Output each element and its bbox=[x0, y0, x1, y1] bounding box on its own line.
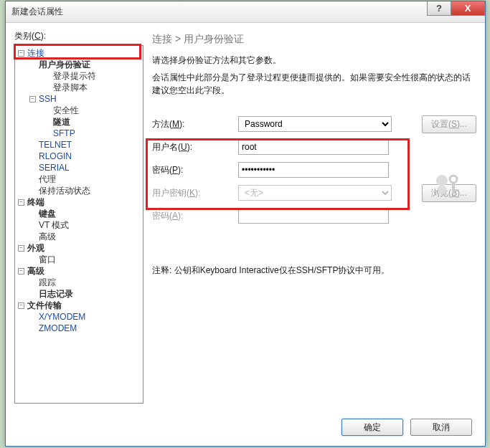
dialog-window: 新建会话属性 ? X 类别(C): −连接用户身份验证登录提示符登录脚本−SSH… bbox=[5, 1, 486, 447]
expander-icon[interactable]: − bbox=[18, 245, 24, 252]
window-controls: ? X bbox=[428, 1, 485, 17]
password-input[interactable] bbox=[238, 162, 389, 178]
tree-item-label: 登录提示符 bbox=[53, 71, 96, 82]
username-label: 用户名(U): bbox=[152, 141, 238, 153]
expander-icon[interactable]: − bbox=[18, 50, 24, 57]
tree-item[interactable]: 登录提示符 bbox=[17, 70, 141, 82]
tree-item-label: 连接 bbox=[27, 48, 44, 59]
dialog-content: 类别(C): −连接用户身份验证登录提示符登录脚本−SSH安全性隧道SFTPTE… bbox=[6, 23, 485, 446]
username-input[interactable] bbox=[238, 139, 389, 155]
tree-item[interactable]: 保持活动状态 bbox=[17, 185, 141, 196]
category-label: 类别(C): bbox=[14, 30, 143, 42]
method-select[interactable]: Password bbox=[238, 116, 392, 132]
tree-item-label: 跟踪 bbox=[39, 277, 56, 288]
tree-item-label: 文件传输 bbox=[27, 300, 62, 311]
note-text: 注释: 公钥和Keyboard Interactive仅在SSH/SFTP协议中… bbox=[152, 264, 476, 277]
tree-item[interactable]: 安全性 bbox=[17, 105, 141, 116]
tree-item[interactable]: −连接 bbox=[17, 47, 141, 59]
tree-item-label: X/YMODEM bbox=[39, 312, 85, 323]
tree-item-label: 用户身份验证 bbox=[39, 59, 90, 70]
tree-item-label: SERIAL bbox=[39, 163, 70, 173]
right-panel: 连接 > 用户身份验证 请选择身份验证方法和其它参数。 会话属性中此部分是为了登… bbox=[143, 30, 476, 411]
tree-item[interactable]: −高级 bbox=[17, 265, 141, 277]
settings-button[interactable]: 设置(S)... bbox=[422, 115, 476, 133]
userkey-label: 用户密钥(K): bbox=[152, 187, 238, 199]
tree-item-label: 键盘 bbox=[39, 209, 56, 219]
tree-item-label: RLOGIN bbox=[39, 151, 72, 162]
tree-item[interactable]: −外观 bbox=[17, 242, 141, 254]
tree-item[interactable]: 登录脚本 bbox=[17, 82, 141, 93]
password2-label: 密码(A): bbox=[152, 210, 238, 222]
expander-icon[interactable]: − bbox=[29, 96, 36, 103]
tree-item-label: 高级 bbox=[39, 232, 56, 242]
tree-item-label: VT 模式 bbox=[39, 220, 69, 231]
expander-icon[interactable]: − bbox=[18, 199, 24, 206]
tree-item-label: 隧道 bbox=[53, 117, 70, 128]
tree-item[interactable]: SERIAL bbox=[17, 162, 141, 173]
user-key-icon bbox=[432, 172, 461, 196]
tree-item[interactable]: −终端 bbox=[17, 196, 141, 208]
method-label: 方法(M): bbox=[152, 118, 238, 130]
password2-input bbox=[238, 208, 389, 224]
tree-item[interactable]: TELNET bbox=[17, 139, 141, 151]
description-1: 请选择身份验证方法和其它参数。 bbox=[152, 54, 476, 67]
tree-item-label: 窗口 bbox=[39, 254, 56, 265]
tree-item[interactable]: X/YMODEM bbox=[17, 311, 141, 323]
dialog-footer: 确定 取消 bbox=[341, 419, 472, 436]
breadcrumb: 连接 > 用户身份验证 bbox=[152, 33, 476, 46]
cancel-button[interactable]: 取消 bbox=[410, 419, 472, 436]
titlebar[interactable]: 新建会话属性 ? X bbox=[6, 1, 485, 23]
tree-item-label: ZMODEM bbox=[39, 323, 77, 334]
tree-item[interactable]: RLOGIN bbox=[17, 151, 141, 162]
tree-item[interactable]: −文件传输 bbox=[17, 300, 141, 311]
tree-item-label: 安全性 bbox=[53, 105, 79, 116]
password-label: 密码(P): bbox=[152, 164, 238, 176]
description-2: 会话属性中此部分是为了登录过程更便捷而提供的。如果需要安全性很高的状态的话建议您… bbox=[152, 71, 476, 97]
svg-rect-4 bbox=[452, 189, 458, 191]
tree-item-label: 高级 bbox=[27, 266, 44, 277]
tree-item[interactable]: ZMODEM bbox=[17, 323, 141, 334]
svg-point-2 bbox=[450, 176, 457, 183]
tree-item-label: SSH bbox=[39, 94, 57, 105]
tree-item[interactable]: 窗口 bbox=[17, 254, 141, 265]
ok-button[interactable]: 确定 bbox=[341, 419, 403, 436]
expander-icon[interactable]: − bbox=[18, 268, 24, 275]
tree-item-label: 代理 bbox=[39, 174, 56, 185]
tree-item[interactable]: 键盘 bbox=[17, 208, 141, 219]
tree-item[interactable]: SFTP bbox=[17, 128, 141, 139]
expander-icon[interactable]: − bbox=[18, 302, 24, 309]
tree-item[interactable]: 跟踪 bbox=[17, 277, 141, 288]
tree-item[interactable]: 高级 bbox=[17, 231, 141, 242]
tree-item-label: 外观 bbox=[27, 243, 44, 254]
tree-item[interactable]: 日志记录 bbox=[17, 288, 141, 300]
svg-rect-3 bbox=[452, 182, 455, 194]
tree-item-label: 终端 bbox=[27, 197, 44, 208]
close-button[interactable]: X bbox=[451, 1, 485, 16]
tree-item-label: 登录脚本 bbox=[53, 82, 88, 93]
window-title: 新建会话属性 bbox=[11, 6, 63, 18]
tree-item[interactable]: −SSH bbox=[17, 93, 141, 105]
tree-item[interactable]: 用户身份验证 bbox=[17, 59, 141, 70]
tree-item[interactable]: 隧道 bbox=[17, 116, 141, 128]
svg-point-0 bbox=[436, 175, 448, 186]
tree-item-label: TELNET bbox=[39, 140, 72, 151]
userkey-select: <无> bbox=[238, 185, 392, 201]
category-tree[interactable]: −连接用户身份验证登录提示符登录脚本−SSH安全性隧道SFTPTELNETRLO… bbox=[14, 45, 143, 404]
tree-item-label: SFTP bbox=[53, 128, 75, 139]
svg-rect-1 bbox=[438, 186, 446, 194]
help-button[interactable]: ? bbox=[427, 1, 451, 16]
tree-item[interactable]: VT 模式 bbox=[17, 219, 141, 231]
tree-item[interactable]: 代理 bbox=[17, 173, 141, 185]
tree-item-label: 日志记录 bbox=[39, 289, 73, 300]
tree-item-label: 保持活动状态 bbox=[39, 186, 90, 196]
